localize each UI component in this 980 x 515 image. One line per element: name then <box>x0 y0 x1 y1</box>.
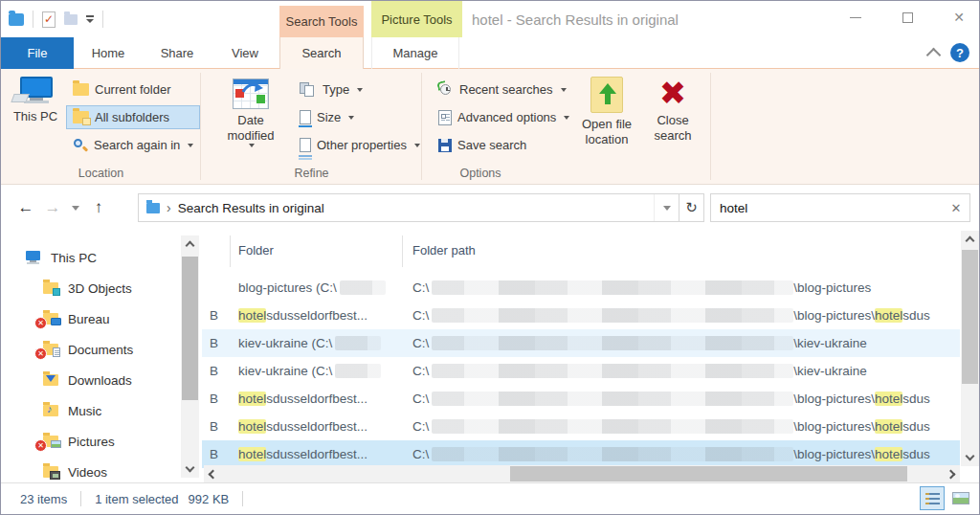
sidebar-item-music[interactable]: ♪ Music <box>1 396 181 425</box>
sidebar-item-bureau[interactable]: ✕ Bureau <box>1 304 181 333</box>
type-button[interactable]: Type <box>293 78 427 101</box>
table-row[interactable]: B kiev-ukraine (C:\ C:\\kiev-ukraine <box>202 357 960 385</box>
advanced-options-button[interactable]: Advanced options <box>432 105 576 129</box>
up-button[interactable]: ↑ <box>85 198 112 217</box>
scroll-down-icon[interactable] <box>966 452 975 461</box>
address-bar[interactable]: › Search Results in original ↻ <box>138 193 704 222</box>
breadcrumb-chevron-icon[interactable]: › <box>167 200 171 215</box>
redacted-text <box>432 280 793 295</box>
customize-qat-icon[interactable] <box>86 15 94 23</box>
match-highlight: hotel <box>875 419 902 434</box>
clear-search-icon[interactable]: ✕ <box>943 201 969 215</box>
group-label-location: Location <box>1 167 201 180</box>
open-file-location-icon <box>590 77 623 113</box>
title-bar: ✓ Search Tools Picture Tools hotel - Sea… <box>1 1 979 37</box>
search-tools-header[interactable]: Search Tools <box>279 6 364 37</box>
redacted-text <box>432 336 793 350</box>
recent-searches-icon <box>438 82 454 98</box>
magnifier-icon <box>73 138 88 153</box>
scroll-up-icon[interactable] <box>966 236 975 246</box>
back-button[interactable]: ← <box>12 198 39 217</box>
recent-locations-icon[interactable] <box>72 206 79 211</box>
save-search-button[interactable]: Save search <box>432 133 576 157</box>
table-row[interactable]: B hotelsdusseldorfbest... C:\\blog-pictu… <box>202 385 960 413</box>
other-properties-button[interactable]: Other properties <box>293 133 427 157</box>
all-subfolders-button[interactable]: All subfolders <box>66 105 200 129</box>
rows: blog-pictures (C:\ C:\\blog-pictures B h… <box>202 274 960 468</box>
scroll-right-icon[interactable] <box>947 470 956 480</box>
table-row[interactable]: B kiev-ukraine (C:\ C:\\kiev-ukraine <box>202 329 960 357</box>
tab-share[interactable]: Share <box>143 37 212 69</box>
close-search-button[interactable]: ✖ Close search <box>644 77 702 144</box>
match-highlight: hotel <box>238 447 266 461</box>
breadcrumb[interactable]: Search Results in original <box>178 201 654 215</box>
tab-file[interactable]: File <box>1 37 74 69</box>
sidebar-item-this-pc[interactable]: This PC <box>1 243 181 272</box>
table-row[interactable]: B hotelsdusseldorfbest... C:\\blog-pictu… <box>202 302 960 329</box>
desktop-folder-icon: ✕ <box>41 311 60 326</box>
date-modified-button[interactable]: Date modified <box>214 78 287 147</box>
scroll-down-icon[interactable] <box>186 463 195 473</box>
calendar-icon <box>233 78 269 109</box>
forward-button[interactable]: → <box>39 198 66 217</box>
help-icon[interactable]: ? <box>950 43 969 62</box>
redacted-text <box>335 364 381 378</box>
refresh-icon[interactable]: ↻ <box>679 194 703 221</box>
scroll-left-icon[interactable] <box>209 470 218 480</box>
window-controls: ✕ <box>843 7 971 28</box>
column-header-folder-path[interactable]: Folder path <box>403 235 960 267</box>
new-folder-icon[interactable] <box>64 14 78 25</box>
collapse-ribbon-icon[interactable] <box>926 48 942 63</box>
list-vertical-scrollbar[interactable] <box>961 231 979 466</box>
sidebar-item-videos[interactable]: Videos <box>1 458 181 482</box>
details-view-icon <box>925 492 940 504</box>
sidebar-scrollbar[interactable] <box>181 235 199 478</box>
current-folder-button[interactable]: Current folder <box>66 78 200 101</box>
redacted-text <box>340 280 386 295</box>
table-row[interactable]: B hotelsdusseldorfbest... C:\\blog-pictu… <box>202 413 960 440</box>
chevron-down-icon <box>357 88 363 92</box>
match-highlight: hotel <box>875 447 902 461</box>
picture-tools-header[interactable]: Picture Tools <box>371 1 462 37</box>
search-input[interactable]: hotel <box>711 201 943 215</box>
search-again-in-button[interactable]: Search again in <box>66 133 200 157</box>
tab-manage[interactable]: Manage <box>371 37 459 69</box>
ribbon: This PC Current folder All subfolders Se… <box>1 69 979 185</box>
size-button[interactable]: Size <box>293 105 427 129</box>
minimize-button[interactable] <box>843 7 868 28</box>
open-file-location-button[interactable]: Open file location <box>573 77 640 147</box>
tab-search[interactable]: Search <box>279 37 364 69</box>
details-view-button[interactable] <box>920 486 945 510</box>
scrollbar-thumb[interactable] <box>962 250 978 384</box>
sidebar-item-pictures[interactable]: ✕ Pictures <box>1 427 181 456</box>
folder-icon <box>73 83 89 96</box>
table-row-selected[interactable]: B hotelsdusseldorfbest... C:\\blog-pictu… <box>202 440 960 468</box>
sidebar-item-downloads[interactable]: Downloads <box>1 366 181 394</box>
location-folder-icon <box>146 203 160 213</box>
search-box[interactable]: hotel ✕ <box>710 193 970 222</box>
recent-searches-button[interactable]: Recent searches <box>432 78 576 101</box>
tab-home[interactable]: Home <box>74 37 143 69</box>
address-dropdown-icon[interactable] <box>654 194 679 221</box>
scroll-up-icon[interactable] <box>186 241 195 251</box>
results-list: Folder Folder path blog-pictures (C:\ C:… <box>202 231 960 482</box>
properties-icon[interactable]: ✓ <box>42 11 56 28</box>
chevron-down-icon <box>561 88 567 92</box>
close-button[interactable]: ✕ <box>947 7 971 28</box>
this-pc-button[interactable]: This PC <box>11 77 60 124</box>
large-icons-view-button[interactable] <box>948 486 973 510</box>
column-header-folder[interactable]: Folder <box>231 235 403 267</box>
sidebar-item-3d-objects[interactable]: 3D Objects <box>1 274 181 302</box>
scrollbar-thumb[interactable] <box>182 257 198 400</box>
name-column-stub[interactable] <box>202 235 231 267</box>
list-horizontal-scrollbar[interactable] <box>204 465 960 482</box>
maximize-button[interactable] <box>895 7 920 28</box>
this-pc-icon <box>16 77 55 105</box>
table-row[interactable]: blog-pictures (C:\ C:\\blog-pictures <box>202 274 960 302</box>
selection-status: 1 item selected <box>95 492 178 506</box>
tab-view[interactable]: View <box>212 37 278 69</box>
scrollbar-thumb[interactable] <box>510 466 907 481</box>
divider <box>80 491 81 506</box>
sidebar-item-documents[interactable]: ✕ Documents <box>1 335 181 364</box>
3d-objects-folder-icon <box>41 280 60 296</box>
